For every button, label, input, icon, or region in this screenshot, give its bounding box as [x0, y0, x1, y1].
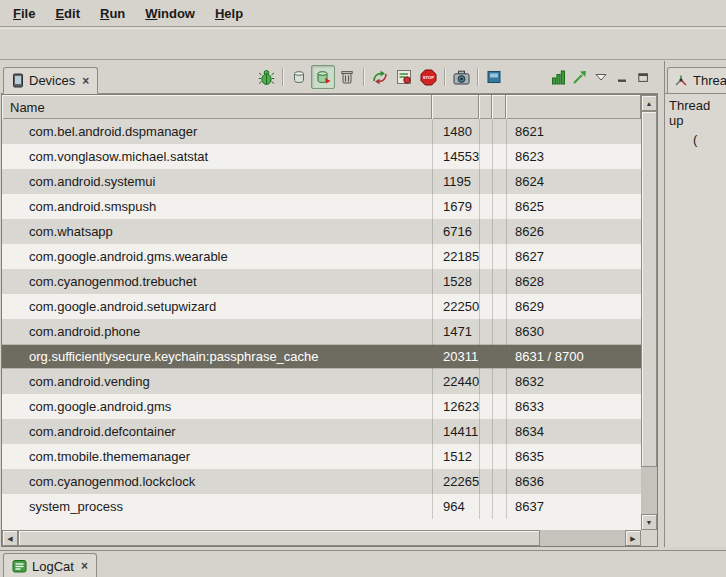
- right-arrow-icon: ▶: [630, 535, 635, 542]
- column-header-name[interactable]: Name: [2, 95, 432, 119]
- horizontal-scroll-track[interactable]: [18, 530, 625, 546]
- table-row[interactable]: com.bel.android.dspmanager 1480 8621: [2, 119, 641, 144]
- start-tracing-button[interactable]: [548, 65, 569, 89]
- table-row[interactable]: com.android.defcontainer 14411 8634: [2, 419, 641, 444]
- chevron-down-icon: [595, 72, 607, 82]
- left-arrow-icon: ◀: [7, 535, 12, 542]
- column-header-heap[interactable]: [479, 95, 492, 119]
- table-row[interactable]: com.cyanogenmod.lockclock 22265 8636: [2, 469, 641, 494]
- logcat-icon: [12, 559, 27, 573]
- scroll-up-button[interactable]: ▲: [641, 95, 657, 111]
- scroll-left-button[interactable]: ◀: [2, 530, 18, 546]
- screen-capture-button[interactable]: [449, 65, 473, 89]
- tab-devices[interactable]: Devices ×: [3, 67, 98, 94]
- bar-chart-icon: [551, 70, 566, 85]
- heap-indicator-cell: [479, 319, 492, 344]
- menubar: FileEditRunWindowHelp: [0, 0, 726, 27]
- table-row[interactable]: com.android.phone 1471 8630: [2, 319, 641, 344]
- blue-screen-icon: [486, 69, 502, 85]
- view-menu-button[interactable]: [590, 65, 611, 89]
- scroll-right-button[interactable]: ▶: [625, 530, 641, 546]
- table-row[interactable]: com.vonglasow.michael.satstat 14553 8623: [2, 144, 641, 169]
- stop-process-button[interactable]: STOP: [416, 65, 440, 89]
- capture-trace-button[interactable]: [569, 65, 590, 89]
- scroll-down-button[interactable]: ▼: [641, 514, 657, 530]
- cause-gc-button[interactable]: [335, 65, 359, 89]
- heap-indicator-cell: [479, 119, 492, 144]
- process-name-cell: system_process: [2, 494, 432, 519]
- menu-item[interactable]: Edit: [46, 3, 89, 24]
- vertical-scroll-track[interactable]: [641, 111, 657, 514]
- table-row[interactable]: com.google.android.setupwizard 22250 862…: [2, 294, 641, 319]
- process-name-cell: com.cyanogenmod.lockclock: [2, 469, 432, 494]
- process-name-cell: com.cyanogenmod.trebuchet: [2, 269, 432, 294]
- process-name-cell: org.sufficientlysecure.keychain:passphra…: [2, 344, 432, 369]
- update-heap-button[interactable]: [287, 65, 311, 89]
- method-profiling-icon: [396, 69, 412, 85]
- close-icon[interactable]: ×: [82, 74, 89, 88]
- process-name-cell: com.google.android.gms: [2, 394, 432, 419]
- table-row[interactable]: com.android.systemui 1195 8624: [2, 169, 641, 194]
- process-name-cell: com.tmobile.thememanager: [2, 444, 432, 469]
- toolbar-separator: [363, 68, 364, 86]
- column-header-port[interactable]: [506, 95, 641, 119]
- process-name-cell: com.android.vending: [2, 369, 432, 394]
- pid-cell: 1679: [432, 194, 479, 219]
- close-icon[interactable]: ×: [81, 559, 88, 573]
- process-name-cell: com.android.systemui: [2, 169, 432, 194]
- trash-icon: [339, 69, 355, 85]
- pid-cell: 1512: [432, 444, 479, 469]
- heap-indicator-cell: [479, 144, 492, 169]
- start-method-profiling-button[interactable]: [392, 65, 416, 89]
- pid-cell: 20311: [432, 344, 479, 369]
- threads-update-icon: [372, 69, 388, 85]
- menu-item[interactable]: Help: [206, 3, 252, 24]
- process-name-cell: com.google.android.gms.wearable: [2, 244, 432, 269]
- threads-view: Threads Thread up (: [664, 61, 726, 547]
- table-row[interactable]: com.tmobile.thememanager 1512 8635: [2, 444, 641, 469]
- heap-indicator-cell: [479, 369, 492, 394]
- debug-process-button[interactable]: [254, 65, 278, 89]
- dump-hprof-button[interactable]: [311, 65, 335, 89]
- thread-indicator-cell: [492, 269, 506, 294]
- process-name-cell: com.vonglasow.michael.satstat: [2, 144, 432, 169]
- dump-view-hierarchy-button[interactable]: [482, 65, 506, 89]
- table-row[interactable]: com.google.android.gms.wearable 22185 86…: [2, 244, 641, 269]
- port-cell: 8631 / 8700: [506, 344, 641, 369]
- tab-threads[interactable]: Threads: [667, 67, 726, 94]
- pid-cell: 14553: [432, 144, 479, 169]
- diagonal-arrow-icon: [572, 70, 587, 85]
- menu-item[interactable]: File: [4, 3, 44, 24]
- port-cell: 8633: [506, 394, 641, 419]
- thread-indicator-cell: [492, 194, 506, 219]
- heap-cylinder-icon: [291, 69, 307, 85]
- table-row[interactable]: com.whatsapp 6716 8626: [2, 219, 641, 244]
- table-row[interactable]: com.android.smspush 1679 8625: [2, 194, 641, 219]
- table-row[interactable]: com.google.android.gms 12623 8633: [2, 394, 641, 419]
- menu-item[interactable]: Run: [91, 3, 134, 24]
- table-row[interactable]: com.android.vending 22440 8632: [2, 369, 641, 394]
- table-row[interactable]: com.cyanogenmod.trebuchet 1528 8628: [2, 269, 641, 294]
- process-name-cell: com.bel.android.dspmanager: [2, 119, 432, 144]
- threads-message-line1: Thread up: [669, 98, 726, 128]
- tab-logcat[interactable]: LogCat ×: [3, 553, 97, 577]
- horizontal-scroll-thumb[interactable]: [18, 530, 540, 546]
- update-threads-button[interactable]: [368, 65, 392, 89]
- table-row[interactable]: org.sufficientlysecure.keychain:passphra…: [2, 344, 641, 369]
- table-row[interactable]: system_process 964 8637: [2, 494, 641, 519]
- horizontal-scrollbar[interactable]: ◀ ▶: [2, 530, 641, 546]
- vertical-scrollbar[interactable]: ▲ ▼: [641, 95, 657, 530]
- heap-indicator-cell: [479, 244, 492, 269]
- column-header-thread[interactable]: [492, 95, 506, 119]
- minimize-button[interactable]: [611, 65, 632, 89]
- stop-sign-icon: STOP: [420, 69, 437, 86]
- main-toolbar: [0, 28, 726, 60]
- table-header-row: Name: [2, 95, 641, 119]
- maximize-button[interactable]: [632, 65, 653, 89]
- port-cell: 8623: [506, 144, 641, 169]
- menu-item[interactable]: Window: [136, 3, 204, 24]
- pid-cell: 22440: [432, 369, 479, 394]
- vertical-scroll-thumb[interactable]: [641, 111, 657, 467]
- thread-indicator-cell: [492, 169, 506, 194]
- column-header-pid[interactable]: [432, 95, 479, 119]
